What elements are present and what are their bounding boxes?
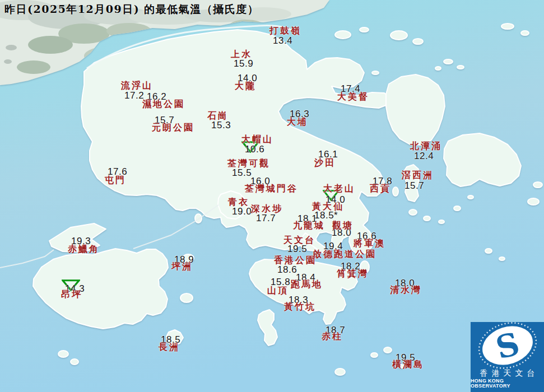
station-label: 筲箕灣 — [337, 269, 369, 278]
station-value: 15.9 — [234, 59, 253, 68]
hko-logo: S 香港天文台 HONG KONG OBSERVATORY — [471, 322, 544, 392]
weather-map-page: 昨日(2025年12月09日) 的最低氣溫（攝氏度） 13.4打鼓嶺15.9上水… — [0, 0, 544, 392]
station-value: 13.4 — [273, 36, 292, 45]
station-label: 山頂 — [267, 286, 289, 295]
hko-name-zh: 香港天文台 — [476, 369, 539, 377]
station-label: 赤柱 — [322, 332, 343, 341]
station-label: 石崗 — [207, 111, 229, 120]
hko-swirl-icon: S — [471, 322, 544, 369]
station-label: 深水埗 — [251, 204, 283, 213]
station-label: 大老山 — [323, 184, 355, 193]
station-label: 青衣 — [228, 198, 249, 207]
station-label: 流浮山 — [121, 81, 153, 90]
station-value: 19.0 — [232, 207, 252, 216]
station-label: 坪洲 — [171, 262, 193, 271]
station-value: 17.2 — [124, 91, 144, 100]
station-label: 大帽山 — [241, 135, 273, 144]
station-label: 觀塘 — [332, 221, 354, 230]
station-label: 跑馬地 — [291, 280, 323, 289]
station-label: 大埔 — [287, 118, 308, 127]
station-label: 天文台 — [283, 236, 315, 245]
station-value: 12.4 — [414, 151, 434, 161]
station-label: 荃灣城門谷 — [245, 184, 298, 193]
station-label: 屯門 — [105, 176, 126, 185]
station-label: 大隴 — [235, 82, 256, 91]
station-value: 15.3 — [211, 120, 231, 130]
hong-kong-map — [0, 0, 544, 392]
station-label: 香港公園 — [274, 256, 317, 265]
station-label: 啟德跑道公園 — [313, 250, 376, 259]
station-label: 橫瀾島 — [392, 360, 424, 369]
station-label: 沙田 — [314, 158, 336, 167]
station-label: 荃灣可觀 — [227, 159, 270, 168]
station-value: 18.5* — [314, 211, 338, 220]
station-label: 昂坪 — [61, 290, 82, 299]
station-label: 打鼓嶺 — [269, 26, 301, 35]
station-label: 上水 — [231, 50, 252, 59]
station-label: 清水灣 — [390, 286, 422, 295]
station-value: 17.7 — [256, 213, 276, 223]
station-value: 18.6 — [277, 265, 297, 274]
station-label: 大美督 — [337, 92, 369, 101]
station-label: 元朗公園 — [152, 123, 194, 132]
station-label: 九龍城 — [293, 221, 325, 230]
station-label: 滘西洲 — [402, 171, 434, 180]
station-value: 15.5 — [232, 168, 252, 178]
station-value: 10.6 — [245, 144, 264, 154]
station-value: 19.5 — [287, 244, 307, 254]
hko-name-en: HONG KONG OBSERVATORY — [471, 379, 544, 389]
station-label: 西貢 — [370, 184, 391, 193]
station-label: 將軍澳 — [354, 239, 385, 248]
station-label: 北潭涌 — [410, 142, 442, 151]
station-label: 濕地公園 — [142, 100, 185, 109]
station-label: 黃竹坑 — [284, 302, 316, 311]
station-value: 15.7 — [404, 181, 424, 190]
map-title: 昨日(2025年12月09日) 的最低氣溫（攝氏度） — [4, 2, 259, 17]
station-label: 黃大仙 — [312, 202, 344, 211]
station-label: 長洲 — [159, 343, 180, 352]
station-label: 赤鱲角 — [68, 245, 100, 254]
